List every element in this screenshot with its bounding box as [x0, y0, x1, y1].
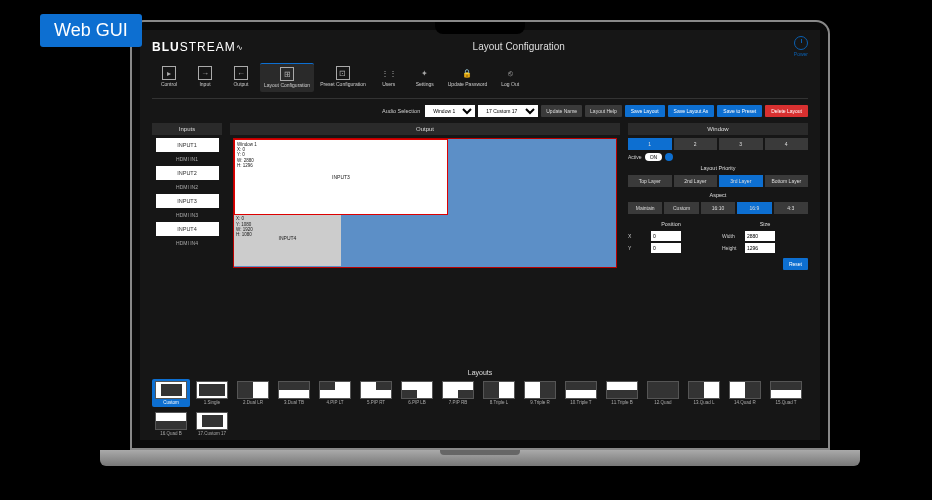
logo: BLUSTREAM∿ [152, 40, 244, 54]
laptop-frame: BLUSTREAM∿ Layout Configuration Power ▸C… [130, 20, 830, 480]
layout-item-14[interactable]: 14.Quad R [726, 379, 764, 407]
hdmi2-label: HDMI IN2 [152, 182, 222, 194]
nav-update-password[interactable]: 🔒Update Password [444, 63, 491, 92]
layout-item-15[interactable]: 15.Quad T [767, 379, 805, 407]
y-input[interactable] [651, 243, 681, 253]
nav-bar: ▸Control →Input ←Output ⊞Layout Configur… [140, 63, 820, 98]
layout-item-17[interactable]: 17.Custom 17 [193, 410, 231, 438]
layout-item-label: 12.Quad [654, 400, 671, 405]
nav-settings[interactable]: ✦Settings [408, 63, 442, 92]
nav-layout-config[interactable]: ⊞Layout Configuration [260, 63, 314, 92]
save-layout-as-button[interactable]: Save Layout As [668, 105, 715, 117]
layout-item-label: 16.Quad B [160, 431, 182, 436]
toggle-dot-icon [665, 153, 673, 161]
layout-item-2[interactable]: 2.Dual LR [234, 379, 272, 407]
layout-item-1[interactable]: 1.Single [193, 379, 231, 407]
layout-thumb-icon [196, 412, 228, 430]
window-3-button[interactable]: 3 [719, 138, 763, 150]
layout-name-select[interactable]: 17 Custom 17 [478, 105, 538, 117]
layout-thumb-icon [524, 381, 556, 399]
update-name-button[interactable]: Update Name [541, 105, 582, 117]
layout-item-3[interactable]: 3.Dual TB [275, 379, 313, 407]
layout-item-0[interactable]: Custom [152, 379, 190, 407]
position-header: Position [628, 219, 714, 229]
laptop-base [100, 450, 860, 466]
layout-item-label: 7.PIP RB [449, 400, 467, 405]
notch [435, 22, 525, 34]
bottom-layer-button[interactable]: Bottom Layer [765, 175, 809, 187]
active-toggle[interactable]: ON [645, 153, 663, 161]
output-icon: ← [234, 66, 248, 80]
app-window: BLUSTREAM∿ Layout Configuration Power ▸C… [140, 30, 820, 440]
layouts-header: Layouts [152, 366, 808, 379]
x-label: X [628, 233, 648, 239]
active-label: Active [628, 154, 642, 160]
layout-thumb-icon [688, 381, 720, 399]
aspect-169-button[interactable]: 16:9 [737, 202, 771, 214]
nav-control[interactable]: ▸Control [152, 63, 186, 92]
layout-item-12[interactable]: 12.Quad [644, 379, 682, 407]
nav-input[interactable]: →Input [188, 63, 222, 92]
aspect-custom-button[interactable]: Custom [664, 202, 698, 214]
layout-item-11[interactable]: 11.Triple B [603, 379, 641, 407]
layout-item-16[interactable]: 16.Quad B [152, 410, 190, 438]
width-input[interactable] [745, 231, 775, 241]
save-layout-button[interactable]: Save Layout [625, 105, 665, 117]
window-2[interactable]: Window 2X: 0Y: 1080W: 1920H: 1080 INPUT4 [234, 209, 341, 267]
inputs-header: Inputs [152, 123, 222, 135]
x-input[interactable] [651, 231, 681, 241]
nav-logout[interactable]: ⎋Log Out [493, 63, 527, 92]
layout-thumb-icon [319, 381, 351, 399]
layout-item-5[interactable]: 5.PIP RT [357, 379, 395, 407]
layout-item-label: 8.Triple L [490, 400, 509, 405]
aspect-1610-button[interactable]: 16:10 [701, 202, 735, 214]
hdmi4-label: HDMI IN4 [152, 238, 222, 250]
power-icon[interactable] [794, 36, 808, 50]
window-4-button[interactable]: 4 [765, 138, 809, 150]
window-header: Window [628, 123, 808, 135]
layout-thumb-icon [483, 381, 515, 399]
layout-icon: ⊞ [280, 67, 294, 81]
layout-item-9[interactable]: 9.Triple R [521, 379, 559, 407]
layout-priority-header: Layout Priority [628, 163, 808, 173]
layout-item-13[interactable]: 13.Quad L [685, 379, 723, 407]
layout-thumb-icon [647, 381, 679, 399]
layout-item-7[interactable]: 7.PIP RB [439, 379, 477, 407]
input2-button[interactable]: INPUT2 [156, 166, 219, 180]
aspect-maintain-button[interactable]: Maintain [628, 202, 662, 214]
hdmi3-label: HDMI IN3 [152, 210, 222, 222]
2nd-layer-button[interactable]: 2nd Layer [674, 175, 718, 187]
layout-item-label: 2.Dual LR [243, 400, 263, 405]
audio-window-select[interactable]: Window 1 [425, 105, 475, 117]
input3-button[interactable]: INPUT3 [156, 194, 219, 208]
power-label: Power [794, 51, 808, 57]
input1-button[interactable]: INPUT1 [156, 138, 219, 152]
window-2-button[interactable]: 2 [674, 138, 718, 150]
layout-help-button[interactable]: Layout Help [585, 105, 622, 117]
aspect-43-button[interactable]: 4:3 [774, 202, 808, 214]
layout-thumb-icon [360, 381, 392, 399]
top-layer-button[interactable]: Top Layer [628, 175, 672, 187]
output-header: Output [230, 123, 620, 135]
layout-item-label: 13.Quad L [693, 400, 714, 405]
layout-item-8[interactable]: 8.Triple L [480, 379, 518, 407]
nav-output[interactable]: ←Output [224, 63, 258, 92]
3rd-layer-button[interactable]: 3rd Layer [719, 175, 763, 187]
window-1-button[interactable]: 1 [628, 138, 672, 150]
input4-button[interactable]: INPUT4 [156, 222, 219, 236]
save-to-preset-button[interactable]: Save to Preset [717, 105, 762, 117]
reset-button[interactable]: Reset [783, 258, 808, 270]
layout-thumb-icon [606, 381, 638, 399]
height-input[interactable] [745, 243, 775, 253]
layout-item-6[interactable]: 6.PIP LB [398, 379, 436, 407]
window-1[interactable]: Window 1X: 0Y: 0W: 2880H: 1296 INPUT3 [234, 139, 448, 216]
nav-preset-config[interactable]: ⊡Preset Configuration [316, 63, 370, 92]
layout-item-label: 4.PIP LT [326, 400, 343, 405]
layout-item-4[interactable]: 4.PIP LT [316, 379, 354, 407]
nav-users[interactable]: ⋮⋮Users [372, 63, 406, 92]
output-canvas[interactable]: Window 1X: 0Y: 0W: 2880H: 1296 INPUT3 Wi… [233, 138, 617, 268]
layout-thumb-icon [278, 381, 310, 399]
delete-layout-button[interactable]: Delete Layout [765, 105, 808, 117]
layout-item-10[interactable]: 10.Triple T [562, 379, 600, 407]
layout-thumb-icon [442, 381, 474, 399]
